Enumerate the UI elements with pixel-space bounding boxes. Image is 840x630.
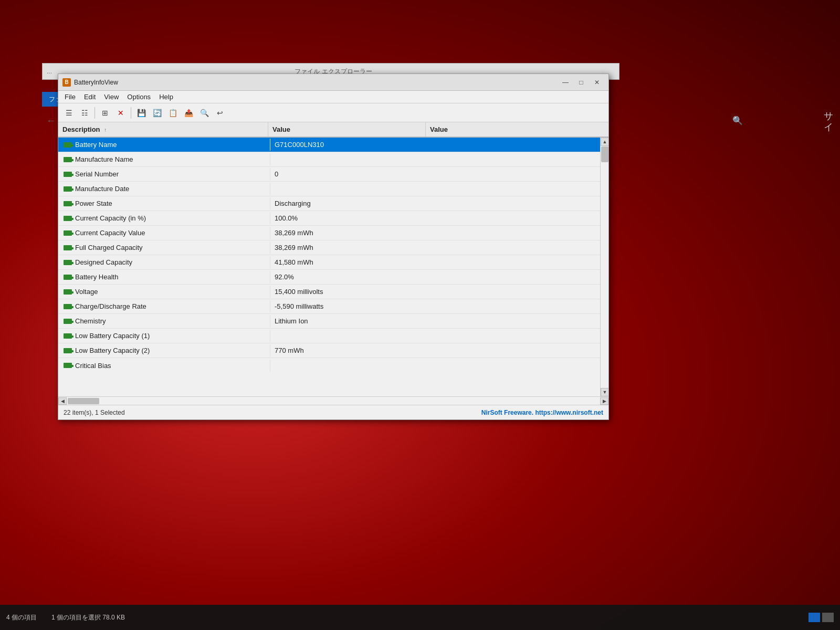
scroll-thumb[interactable] [601, 146, 608, 162]
row-description-11: Charge/Discharge Rate [75, 300, 270, 312]
table-row[interactable]: Full Charged Capacity 38,269 mWh [58, 240, 600, 255]
battery-icon-2 [62, 170, 73, 178]
scroll-up-button[interactable]: ▲ [601, 138, 608, 146]
battery-icon-14 [62, 346, 73, 355]
scroll-down-button[interactable]: ▼ [601, 388, 608, 396]
battery-icon-13 [62, 332, 73, 340]
hscroll-thumb[interactable] [68, 398, 99, 404]
vertical-scrollbar[interactable]: ▲ ▼ [600, 138, 608, 396]
taskbar-items-count: 4 個の項目 [6, 613, 37, 622]
table-row[interactable]: Battery Health 92.0% [58, 270, 600, 285]
toolbar-separator-1 [94, 107, 95, 119]
row-value-5: 100.0% [270, 212, 600, 224]
toolbar-save[interactable]: 💾 [134, 106, 149, 120]
table-row[interactable]: Chemistry Lithium Ion [58, 314, 600, 329]
statusbar: 22 item(s), 1 Selected NirSoft Freeware.… [58, 405, 608, 419]
table-row[interactable]: Current Capacity (in %) 100.0% [58, 211, 600, 226]
battery-icon-4 [62, 200, 73, 208]
row-value-13 [270, 334, 600, 338]
minimize-button[interactable]: — [558, 77, 573, 88]
table-main-area: Battery Name G71C000LN310 Manufacture Na… [58, 138, 608, 396]
toolbar-search[interactable]: 🔍 [197, 106, 212, 120]
row-description-5: Current Capacity (in %) [75, 212, 270, 224]
toolbar-back[interactable]: ↩ [213, 106, 227, 120]
back-arrow[interactable]: ← [46, 116, 56, 127]
row-value-8: 41,580 mWh [270, 256, 600, 268]
row-description-9: Battery Health [75, 271, 270, 283]
row-value-11: -5,590 milliwatts [270, 300, 600, 312]
menu-view[interactable]: View [100, 92, 123, 102]
menubar: File Edit View Options Help [58, 91, 608, 103]
battery-info-window: B BatteryInfoView — □ ✕ File Edit View O… [58, 74, 609, 420]
table-row[interactable]: Battery Name G71C000LN310 [58, 138, 600, 152]
battery-app-icon: B [62, 78, 71, 87]
toolbar-delete[interactable]: ✕ [113, 106, 128, 120]
row-value-9: 92.0% [270, 271, 600, 283]
taskbar-view-buttons [808, 613, 834, 622]
table-row[interactable]: Power State Discharging [58, 196, 600, 211]
scroll-left-button[interactable]: ◀ [58, 397, 67, 405]
row-value-10: 15,400 millivolts [270, 286, 600, 298]
taskbar-view-btn-2[interactable] [822, 613, 834, 622]
header-description[interactable]: Description ↑ [58, 122, 268, 136]
toolbar-copy[interactable]: 📋 [165, 106, 180, 120]
taskbar-selected-info: 1 個の項目を選択 78.0 KB [51, 613, 125, 622]
table-row[interactable]: Current Capacity Value 38,269 mWh [58, 226, 600, 240]
row-value-6: 38,269 mWh [270, 227, 600, 239]
table-row[interactable]: Low Battery Capacity (1) [58, 329, 600, 343]
table-row[interactable]: Manufacture Name [58, 152, 600, 167]
row-value-14: 770 mWh [270, 344, 600, 356]
row-description-2: Serial Number [75, 168, 270, 180]
table-row[interactable]: Serial Number 0 [58, 167, 600, 182]
table-row[interactable]: Charge/Discharge Rate -5,590 milliwatts [58, 299, 600, 314]
search-icon[interactable]: 🔍 [732, 116, 743, 125]
row-description-chemistry: Chemistry [75, 315, 270, 327]
battery-icon-11 [62, 302, 73, 311]
nirsoft-link[interactable]: NirSoft Freeware. https://www.nirsoft.ne… [481, 409, 603, 416]
table-row[interactable]: Low Battery Capacity (2) 770 mWh [58, 343, 600, 358]
toolbar-grid-view[interactable]: ⊞ [98, 106, 112, 120]
row-description-4: Power State [75, 197, 270, 209]
menu-file[interactable]: File [60, 92, 80, 102]
horizontal-scrollbar[interactable]: ◀ ▶ [58, 396, 608, 405]
toolbar-list-view[interactable]: ☰ [61, 106, 76, 120]
row-description-15: Critical Bias [75, 360, 270, 372]
menu-edit[interactable]: Edit [80, 92, 100, 102]
table-body[interactable]: Battery Name G71C000LN310 Manufacture Na… [58, 138, 600, 396]
row-description-14: Low Battery Capacity (2) [75, 344, 270, 356]
toolbar-separator-2 [131, 107, 131, 119]
header-value2[interactable]: Value [426, 122, 608, 136]
battery-icon-1 [62, 155, 73, 164]
restore-button[interactable]: □ [574, 77, 589, 88]
row-description-3: Manufacture Date [75, 183, 270, 195]
menu-help[interactable]: Help [155, 92, 177, 102]
table-row[interactable]: Critical Bias [58, 358, 600, 373]
close-button[interactable]: ✕ [590, 77, 604, 88]
battery-icon-15 [62, 361, 73, 370]
scroll-right-button[interactable]: ▶ [600, 397, 608, 405]
battery-icon-5 [62, 214, 73, 223]
table-row[interactable]: Designed Capacity 41,580 mWh [58, 255, 600, 270]
toolbar-export[interactable]: 📤 [181, 106, 196, 120]
toolbar: ☰ ☷ ⊞ ✕ 💾 🔄 📋 📤 🔍 ↩ [58, 103, 608, 122]
sort-arrow: ↑ [104, 127, 107, 133]
row-description-10: Voltage [75, 286, 270, 298]
data-table: Description ↑ Value Value Battery Name G… [58, 122, 608, 405]
row-value-chemistry: Lithium Ion [270, 315, 600, 327]
taskbar: 4 個の項目 1 個の項目を選択 78.0 KB [0, 605, 840, 630]
row-description-1: Manufacture Name [75, 153, 270, 165]
row-description-7: Full Charged Capacity [75, 242, 270, 254]
toolbar-detail-view[interactable]: ☷ [77, 106, 92, 120]
table-row[interactable]: Voltage 15,400 millivolts [58, 285, 600, 299]
menu-options[interactable]: Options [123, 92, 155, 102]
table-row[interactable]: Manufacture Date [58, 182, 600, 196]
battery-icon-8 [62, 258, 73, 267]
row-value-2: 0 [270, 168, 600, 180]
row-description-8: Designed Capacity [75, 256, 270, 268]
toolbar-refresh[interactable]: 🔄 [150, 106, 164, 120]
taskbar-view-btn-1[interactable] [808, 613, 820, 622]
row-description-6: Current Capacity Value [75, 227, 270, 239]
sidebar-jp-text: サイ [822, 105, 835, 127]
header-value1[interactable]: Value [268, 122, 426, 136]
battery-icon-9 [62, 273, 73, 281]
